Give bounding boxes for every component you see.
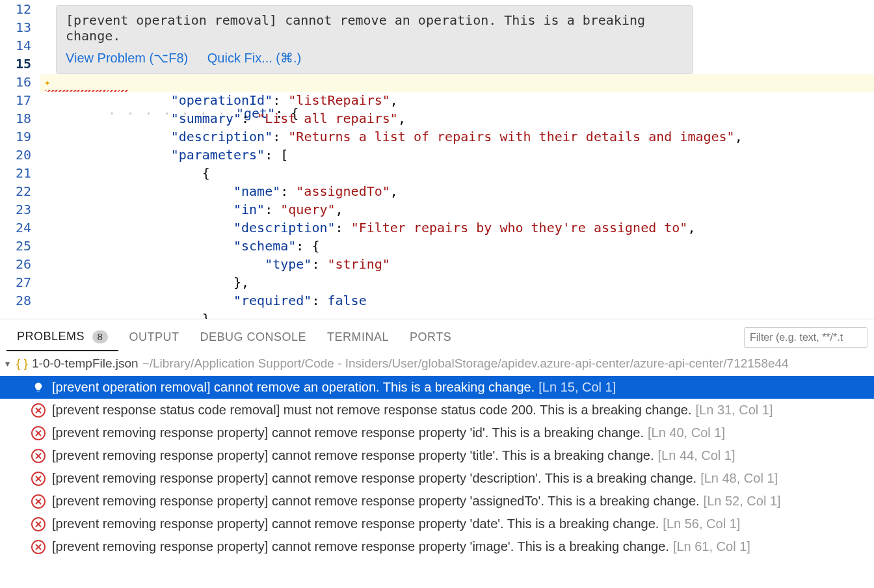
problem-item[interactable]: [prevent removing response property] can… [0,535,874,558]
lightbulb-icon [31,381,46,395]
error-icon [31,426,46,440]
tab-ports[interactable]: PORTS [399,324,462,351]
error-icon [31,494,46,509]
json-file-icon: { } [16,356,28,371]
code-line-15: ✦ · · · · · · · "get": { [40,74,874,92]
problem-message: [prevent removing response property] can… [52,425,644,440]
editor-area[interactable]: 1213141516171819202122232425262728 [prev… [0,0,874,319]
sparkle-icon[interactable]: ✦ [44,76,51,88]
problems-filter-input[interactable] [744,327,867,348]
problem-item[interactable]: [prevent removing response property] can… [0,467,874,490]
problem-location: [Ln 61, Col 1] [673,539,750,554]
problem-location: [Ln 31, Col 1] [696,403,773,418]
tab-terminal[interactable]: TERMINAL [317,324,399,351]
problem-message: [prevent response status code removal] m… [52,403,692,418]
error-icon [31,472,46,486]
problem-item[interactable]: [prevent response status code removal] m… [0,399,874,421]
tab-debug-console[interactable]: DEBUG CONSOLE [189,324,317,351]
problem-message: [prevent removing response property] can… [52,448,654,463]
problem-item[interactable]: [prevent removing response property] can… [0,490,874,513]
hover-problem-message: [prevent operation removal] cannot remov… [66,12,683,44]
tab-problems[interactable]: PROBLEMS 8 [7,323,118,351]
problem-item[interactable]: [prevent removing response property] can… [0,513,874,535]
line-number-gutter: 1213141516171819202122232425262728 [0,0,40,310]
chevron-down-icon: ▾ [5,358,10,369]
problem-message: [prevent removing response property] can… [52,539,669,554]
quick-fix-link[interactable]: Quick Fix... (⌘.) [207,51,301,65]
error-icon [31,449,46,463]
bottom-panel: PROBLEMS 8 OUTPUT DEBUG CONSOLE TERMINAL… [0,319,874,558]
code-content[interactable]: ✦ · · · · · · · "get": { "operationId": … [40,74,874,319]
problems-file-group[interactable]: ▾ { } 1-0-0-tempFile.json ~/Library/Appl… [0,351,874,376]
problems-list: [prevent operation removal] cannot remov… [0,376,874,558]
error-icon [31,403,46,418]
problem-location: [Ln 56, Col 1] [663,516,740,531]
problem-message: [prevent removing response property] can… [52,494,700,509]
problem-location: [Ln 44, Col 1] [658,448,735,463]
problem-message: [prevent removing response property] can… [52,471,696,486]
problem-location: [Ln 40, Col 1] [648,425,725,440]
problem-message: [prevent removing response property] can… [52,516,659,531]
problem-location: [Ln 48, Col 1] [700,471,778,486]
panel-tabs: PROBLEMS 8 OUTPUT DEBUG CONSOLE TERMINAL… [0,319,874,351]
problem-item[interactable]: [prevent operation removal] cannot remov… [0,376,874,399]
tab-output[interactable]: OUTPUT [118,324,189,351]
hover-problem-tooltip: [prevent operation removal] cannot remov… [56,5,693,74]
problem-message: [prevent operation removal] cannot remov… [52,380,535,395]
error-icon [31,540,46,554]
problems-file-name: 1-0-0-tempFile.json [32,356,139,371]
problem-item[interactable]: [prevent removing response property] can… [0,444,874,467]
error-squiggle [46,90,129,92]
problems-file-path: ~/Library/Application Support/Code - Ins… [142,356,789,371]
problem-location: [Ln 52, Col 1] [704,494,781,509]
problem-location: [Ln 15, Col 1] [538,380,616,395]
error-icon [31,517,46,531]
problems-count-badge: 8 [92,330,109,343]
problem-item[interactable]: [prevent removing response property] can… [0,421,874,444]
view-problem-link[interactable]: View Problem (⌥F8) [66,51,188,65]
